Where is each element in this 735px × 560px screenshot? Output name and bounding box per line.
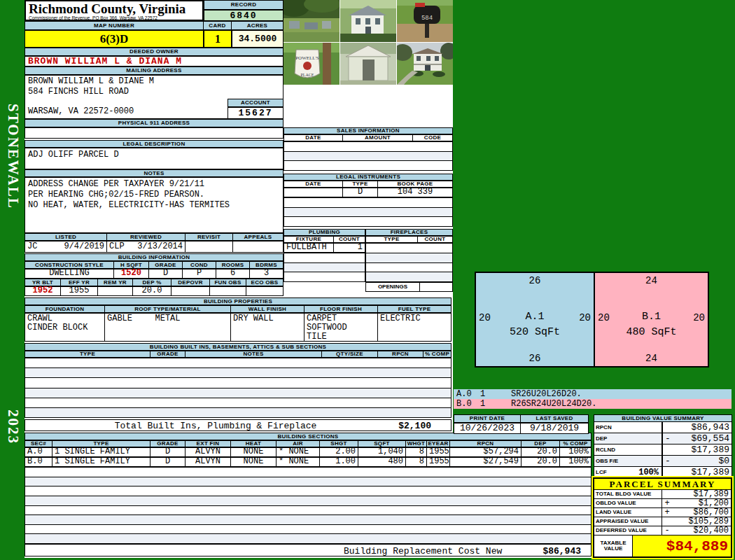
taxable-value: $84,889	[633, 536, 731, 556]
instrument-date	[284, 188, 343, 197]
openings-row: OPENINGS	[365, 282, 453, 292]
note-line-1: ADDRESS CHANGE PER TAXPAYER 9/21/11	[28, 179, 280, 190]
county-header: Richmond County, Virginia Commissioner o…	[24, 0, 204, 21]
condition: P	[183, 269, 216, 279]
sketch-a-top-dim: 26	[529, 275, 541, 286]
openings-label: OPENINGS	[365, 282, 420, 292]
physical-address-value	[24, 127, 284, 139]
built-ins-empty-rows	[24, 358, 451, 418]
effective-year: 1955	[61, 286, 98, 296]
review-header-row: LISTED REVIEWED REVISIT APPEALS	[24, 233, 284, 241]
openings-value	[420, 282, 453, 292]
fireplaces-headers: TYPE COUNT	[365, 236, 453, 243]
sketch-b-sqft: 480 SqFt	[626, 326, 676, 338]
bvs-row-rpcn: RPCN $86,943	[594, 422, 732, 433]
remodel-year	[98, 286, 133, 296]
building-properties-headers: FOUNDATION ROOF TYPE/MATERIAL WALL FINIS…	[24, 305, 451, 313]
building-info-title: BUILDING INFORMATION	[24, 253, 284, 261]
photo-mailbox: 584	[397, 0, 453, 42]
fireplaces-title: FIREPLACES	[365, 229, 453, 236]
sketch-a-right-dim: 20	[579, 312, 591, 323]
county-title: Richmond County, Virginia	[29, 2, 200, 15]
bvs-row-rclnd: RCLND $17,389	[594, 444, 732, 456]
instrument-bookpage: 104 339	[378, 188, 453, 197]
building-info-headers-2: YR BLT EFF YR REM YR DEP % DEPOVR FUN OB…	[24, 279, 284, 286]
acres-label: ACRES	[232, 21, 284, 30]
legal-description-label: LEGAL DESCRIPTION	[24, 140, 284, 148]
plumbing-empty-rows	[284, 253, 365, 282]
grade: D	[149, 269, 183, 279]
wall-finish: DRY WALL	[231, 313, 304, 342]
instrument-type: D	[343, 188, 378, 197]
listed-label: LISTED	[24, 233, 107, 241]
sales-title: SALES INFORMATION	[284, 127, 453, 134]
bvs-row-obs: OBS F/E -$0	[594, 456, 732, 467]
instrument-row: D 104 339	[284, 188, 453, 197]
building-section-row-b: B.0 1 SINGLE FAMILY D ALVYN NONE * NONE …	[24, 457, 592, 467]
sketch-a-sqft: 520 SqFt	[510, 326, 560, 338]
physical-address-label: PHYSICAL 911 ADDRESS	[24, 119, 284, 127]
sketch-a-bottom-dim: 26	[529, 353, 541, 364]
replacement-cost-row: Building Replacement Cost New $86,943	[24, 544, 592, 556]
sketch-a-left-dim: 20	[479, 312, 491, 323]
building-info-values-2: 1952 1955 20.0	[24, 286, 284, 296]
deeded-owner-label: DEEDED OWNER	[24, 48, 284, 56]
sign-title: POWELL'S	[295, 55, 319, 61]
building-section-row-a: A.0 1 SINGLE FAMILY D ALVYN NONE * NONE …	[24, 447, 592, 457]
foundation: CRAWL CINDER BLOCK	[24, 313, 105, 342]
parcel-summary-title: PARCEL SUMMARY	[594, 479, 731, 490]
photo-grid: 584 POWELL'SPLACE	[284, 0, 453, 85]
mailing-line-2: 584 FINCHS HILL ROAD	[28, 87, 280, 97]
district-label: STONEWALL	[4, 104, 22, 240]
plumbing-fixture: FULLBATH	[284, 243, 334, 253]
photo-shed	[340, 43, 396, 85]
property-record-card: STONEWALL 2023 Richmond County, Virginia…	[0, 0, 735, 560]
replacement-cost-label: Building Replacement Cost New	[344, 546, 502, 556]
sketch-b-bottom-dim: 24	[645, 353, 657, 364]
building-sections-empty-rows	[24, 467, 592, 544]
plumbing-count: 1	[334, 243, 365, 253]
note-line-2: PER HEARING CHG;02/15-FRED PEARSON.	[28, 190, 280, 200]
building-info-headers-1: CONSTRUCTION STYLE H SQFT GRADE COND ROO…	[24, 261, 284, 269]
built-ins-title: BUILDING BUILT INS, BASEMENTS, ATTICS & …	[24, 343, 451, 351]
building-properties-values: CRAWL CINDER BLOCK GABLE METAL DRY WALL …	[24, 313, 451, 342]
sketch-a-id: A.1	[525, 311, 544, 323]
photo-powells-place-sign: POWELL'SPLACE	[284, 43, 340, 85]
functional-obs	[210, 286, 246, 296]
rooms: 6	[216, 269, 250, 279]
built-ins-total-value: $2,100	[398, 421, 431, 431]
instruments-empty-rows	[284, 197, 453, 227]
reviewed-value: CLP3/13/2014	[107, 241, 186, 253]
revisit-label: REVISIT	[186, 233, 233, 241]
acres-value: 34.5000	[232, 30, 284, 48]
account-value: 15627	[227, 107, 284, 119]
replacement-cost-value: $86,943	[542, 546, 581, 556]
building-info-values-1: DWELLING 1520 D P 6 3	[24, 269, 284, 279]
review-value-row: JC9/4/2019 CLP3/13/2014	[24, 241, 284, 253]
note-line-3: NO HEAT, WATER, ELECTRICITY-HAS TERMITES	[28, 200, 280, 211]
county-subtitle: Commissioner of the Revenue, PO Box 366,…	[29, 15, 200, 21]
notes-label: NOTES	[24, 169, 284, 177]
mailing-line-1: BROWN WILLIAM L & DIANE M	[28, 76, 280, 87]
tax-year-label: 2023	[4, 410, 22, 465]
building-value-summary: RPCN $86,943 DEP -$69,554 RCLND $17,389 …	[594, 422, 732, 478]
reviewed-label: REVIEWED	[107, 233, 186, 241]
appeals-label: APPEALS	[233, 233, 284, 241]
notes-block: ADDRESS CHANGE PER TAXPAYER 9/21/11 PER …	[24, 177, 284, 233]
parcel-row-deferred: DEFERRED VALUE - $20,400	[594, 526, 731, 536]
fuel-type: ELECTRIC	[378, 313, 451, 342]
bedrooms: 3	[250, 269, 284, 279]
building-value-summary-title: BUILDING VALUE SUMMARY	[594, 414, 732, 422]
heated-sqft: 1520	[114, 269, 149, 279]
parcel-row-taxable: TAXABLE VALUE $84,889	[594, 536, 731, 556]
depreciation-pct: 20.0	[133, 286, 172, 296]
record-value: 6840	[204, 10, 284, 21]
sketch-b-right-dim: 20	[693, 312, 705, 323]
record-label: RECORD	[204, 0, 284, 10]
building-properties-title: BUILDING PROPERTIES	[24, 298, 451, 305]
last-saved: 9/18/2019	[521, 423, 589, 434]
card-value: 1	[204, 30, 232, 48]
economic-obs	[246, 286, 284, 296]
bvs-row-dep: DEP -$69,554	[594, 433, 732, 444]
mailing-address-label: MAILING ADDRESS	[24, 66, 284, 75]
